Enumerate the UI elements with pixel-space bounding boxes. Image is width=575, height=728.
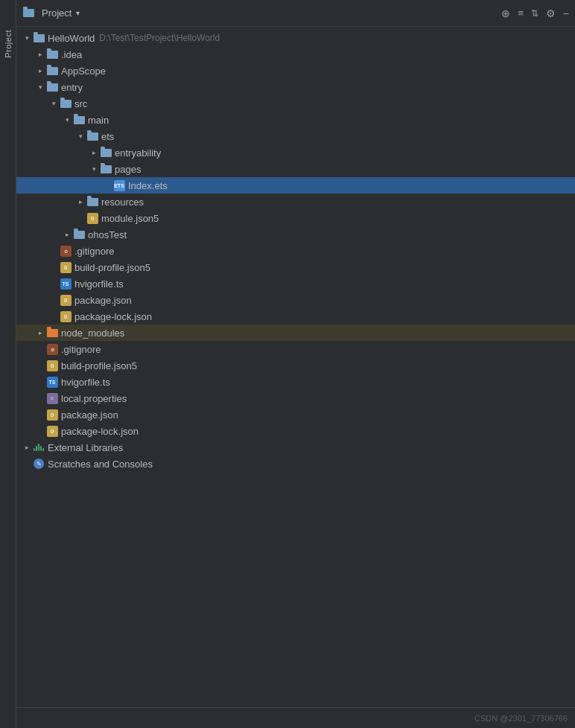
tree-arrow[interactable]	[34, 392, 46, 404]
tree-arrow[interactable]	[101, 179, 113, 191]
ts-file-icon: TS	[46, 376, 58, 388]
tree-row[interactable]: {}package.json	[16, 406, 575, 423]
tree-row[interactable]: resources	[16, 194, 575, 210]
tree-node-label: Scratches and Consoles	[48, 459, 153, 470]
main-panel: Project ▾ ⊕ ≡ ⇅ ⚙ − HelloWorldD:\Test\Te…	[16, 0, 575, 728]
tree-row[interactable]: src	[16, 95, 575, 112]
tree-row[interactable]: {}build-profile.json5	[16, 259, 575, 275]
project-tree: HelloWorldD:\Test\TestProject\HelloWorld…	[16, 27, 575, 707]
tree-node-label: module.json5	[101, 213, 159, 224]
panel-header: Project ▾ ⊕ ≡ ⇅ ⚙ −	[16, 0, 575, 27]
tree-node-label: main	[88, 115, 109, 126]
ext-lib-icon	[34, 444, 44, 451]
sort-icon[interactable]: ⇅	[531, 8, 539, 19]
header-left: Project ▾	[22, 7, 501, 19]
folder-icon	[46, 65, 58, 77]
tree-node-label: HelloWorld	[48, 33, 95, 44]
settings-icon[interactable]: ⚙	[546, 7, 556, 19]
tree-row[interactable]: {}module.json5	[16, 210, 575, 226]
tree-row[interactable]: ⚙.gitignore	[16, 243, 575, 259]
tree-row[interactable]: {}package-lock.json	[16, 423, 575, 439]
folder-icon	[100, 163, 112, 175]
folder-icon	[73, 114, 85, 126]
tree-row[interactable]: .idea	[16, 46, 575, 63]
tree-row[interactable]: pages	[16, 161, 575, 177]
folder-icon	[86, 196, 98, 208]
tree-row[interactable]: {}package.json	[16, 292, 575, 308]
tree-row[interactable]: External Libraries	[16, 439, 575, 456]
gitignore-file-icon: ⚙	[60, 245, 72, 257]
tree-arrow[interactable]	[48, 98, 60, 109]
watermark-text: CSDN @2301_77306766	[474, 714, 568, 723]
tree-arrow[interactable]	[34, 409, 46, 421]
sidebar-tab[interactable]: Project	[0, 0, 16, 728]
tree-arrow[interactable]	[88, 147, 100, 159]
tree-row[interactable]: {}package-lock.json	[16, 308, 575, 325]
tree-row[interactable]: entryability	[16, 144, 575, 161]
collapse-all-icon[interactable]: ≡	[518, 7, 524, 19]
tree-node-label: hvigorfile.ts	[74, 278, 124, 290]
minimize-icon[interactable]: −	[563, 7, 569, 19]
tree-row[interactable]: HelloWorldD:\Test\TestProject\HelloWorld	[16, 30, 575, 46]
tree-arrow[interactable]	[21, 441, 33, 453]
tree-row[interactable]: node_modules	[16, 325, 575, 341]
tree-arrow[interactable]	[61, 229, 73, 240]
header-toolbar: ⊕ ≡ ⇅ ⚙ −	[501, 7, 569, 19]
tree-node-label: .gitignore	[74, 246, 114, 257]
tree-row[interactable]: AppScope	[16, 63, 575, 79]
tree-arrow[interactable]	[74, 212, 86, 224]
folder-orange-icon	[46, 327, 58, 339]
tree-node-label: .idea	[61, 49, 82, 60]
tree-row[interactable]: main	[16, 112, 575, 128]
tree-arrow[interactable]	[74, 130, 86, 142]
tree-arrow[interactable]	[34, 343, 46, 355]
tree-arrow[interactable]	[88, 163, 100, 175]
json-file-icon: {}	[46, 425, 58, 437]
tree-arrow[interactable]	[74, 196, 86, 208]
ets-file-icon: ETS	[113, 179, 125, 191]
tree-row[interactable]: Scratches and Consoles	[16, 456, 575, 472]
tree-row[interactable]: {}build-profile.json5	[16, 357, 575, 374]
tree-row[interactable]: ohosTest	[16, 226, 575, 243]
tree-node-label: build-profile.json5	[61, 360, 137, 371]
folder-icon	[86, 130, 98, 142]
add-content-icon[interactable]: ⊕	[501, 7, 510, 19]
tree-arrow[interactable]	[34, 360, 46, 371]
tree-row[interactable]: ETSIndex.ets	[16, 177, 575, 194]
tree-node-label: package-lock.json	[61, 426, 139, 437]
tree-row[interactable]: TShvigorfile.ts	[16, 275, 575, 292]
tree-node-label: resources	[101, 197, 144, 208]
tree-arrow[interactable]	[34, 81, 46, 93]
tree-row[interactable]: ⚙.gitignore	[16, 341, 575, 357]
tree-arrow[interactable]	[34, 425, 46, 437]
sidebar-tab-label[interactable]: Project	[4, 30, 13, 58]
tree-arrow[interactable]	[48, 245, 60, 257]
json-file-icon: {}	[60, 294, 72, 306]
tree-arrow[interactable]	[48, 310, 60, 322]
tree-node-label: ohosTest	[88, 229, 127, 240]
folder-icon	[73, 229, 85, 240]
tree-arrow[interactable]	[48, 278, 60, 290]
tree-row[interactable]: ets	[16, 128, 575, 144]
tree-arrow[interactable]	[21, 32, 33, 44]
tree-arrow[interactable]	[21, 458, 33, 470]
scratch-icon	[33, 458, 45, 470]
tree-node-label: build-profile.json5	[74, 262, 150, 273]
tree-arrow[interactable]	[34, 327, 46, 339]
tree-row[interactable]: ≡local.properties	[16, 390, 575, 406]
tree-arrow[interactable]	[48, 261, 60, 273]
tree-row[interactable]: entry	[16, 79, 575, 95]
tree-row[interactable]: TShvigorfile.ts	[16, 374, 575, 390]
json-file-icon: {}	[60, 310, 72, 322]
project-folder-icon	[22, 7, 34, 19]
footer: CSDN @2301_77306766	[16, 707, 575, 728]
panel-dropdown-icon[interactable]: ▾	[76, 9, 80, 17]
tree-node-label: ets	[101, 131, 114, 142]
tree-arrow[interactable]	[34, 48, 46, 60]
tree-node-label: .gitignore	[61, 344, 101, 355]
tree-arrow[interactable]	[61, 114, 73, 126]
tree-arrow[interactable]	[34, 65, 46, 77]
tree-arrow[interactable]	[48, 294, 60, 306]
tree-node-label: package.json	[74, 295, 132, 306]
tree-arrow[interactable]	[34, 376, 46, 388]
